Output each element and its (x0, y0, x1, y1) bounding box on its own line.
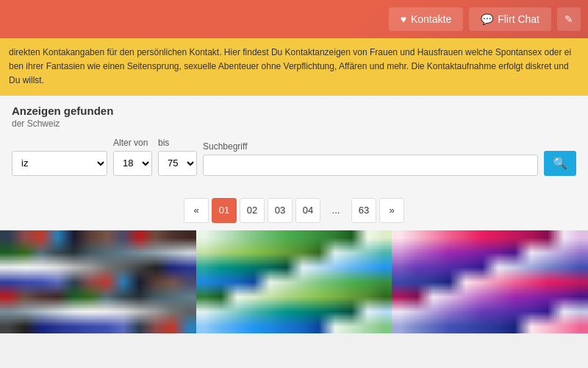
bis-group: bis 75 30 35 40 45 50 55 60 65 70 (158, 138, 197, 176)
kontakte-button[interactable]: ♥ Kontakte (389, 7, 464, 31)
edit-icon: ✎ (564, 13, 573, 25)
alter-von-label: Alter von (113, 138, 152, 148)
header: ♥ Kontakte 💬 Flirt Chat ✎ (0, 0, 588, 38)
flirt-chat-label: Flirt Chat (498, 13, 539, 25)
pagination-page-63[interactable]: 63 (351, 198, 376, 223)
suchbegriff-group: Suchbegriff (203, 141, 538, 176)
filter-row: iz Zürich Bern Basel Schweiz Alter von 1… (12, 138, 576, 176)
region-select[interactable]: iz Zürich Bern Basel Schweiz (12, 151, 107, 176)
banner-text-1: direkten Kontakangaben für den persönlic… (9, 47, 571, 57)
search-input[interactable] (203, 155, 538, 176)
pagination: « 01 02 03 04 ... 63 » (0, 188, 588, 230)
image-grid (0, 230, 588, 333)
image-canvas-1 (0, 230, 196, 333)
results-title: Anzeigen gefunden (12, 105, 576, 117)
search-button[interactable]: 🔍 (544, 151, 576, 176)
image-2 (196, 230, 392, 333)
image-canvas-3 (392, 230, 588, 333)
pagination-page-03[interactable]: 03 (268, 198, 293, 223)
heart-icon: ♥ (401, 13, 406, 25)
bis-label: bis (158, 138, 197, 148)
alter-von-group: Alter von 18 20 25 30 35 40 45 50 (113, 138, 152, 176)
search-icon: 🔍 (553, 156, 567, 170)
pagination-page-01[interactable]: 01 (212, 198, 237, 223)
search-area: Anzeigen gefunden der Schweiz iz Zürich … (0, 96, 588, 188)
flirt-chat-button[interactable]: 💬 Flirt Chat (469, 7, 551, 31)
image-1 (0, 230, 196, 333)
bis-select[interactable]: 75 30 35 40 45 50 55 60 65 70 (158, 151, 197, 176)
edit-button[interactable]: ✎ (557, 7, 581, 31)
suchbegriff-label: Suchbegriff (203, 141, 538, 152)
alter-von-select[interactable]: 18 20 25 30 35 40 45 50 (113, 151, 152, 176)
kontakte-label: Kontakte (411, 13, 451, 25)
pagination-page-02[interactable]: 02 (240, 198, 265, 223)
image-3 (392, 230, 588, 333)
info-banner: direkten Kontakangaben für den persönlic… (0, 38, 588, 96)
pagination-prev[interactable]: « (184, 198, 209, 223)
pagination-next[interactable]: » (379, 198, 404, 223)
pagination-page-04[interactable]: 04 (295, 198, 320, 223)
chat-bubble-icon: 💬 (481, 13, 493, 25)
pagination-dots: ... (323, 198, 348, 223)
region-filter-group: iz Zürich Bern Basel Schweiz (12, 151, 107, 176)
image-canvas-2 (196, 230, 392, 333)
banner-text-3: Du willst. (9, 75, 44, 85)
results-subtitle: der Schweiz (12, 118, 576, 129)
banner-text-2: ben ihrer Fantasien wie einen Seitenspru… (9, 61, 569, 71)
